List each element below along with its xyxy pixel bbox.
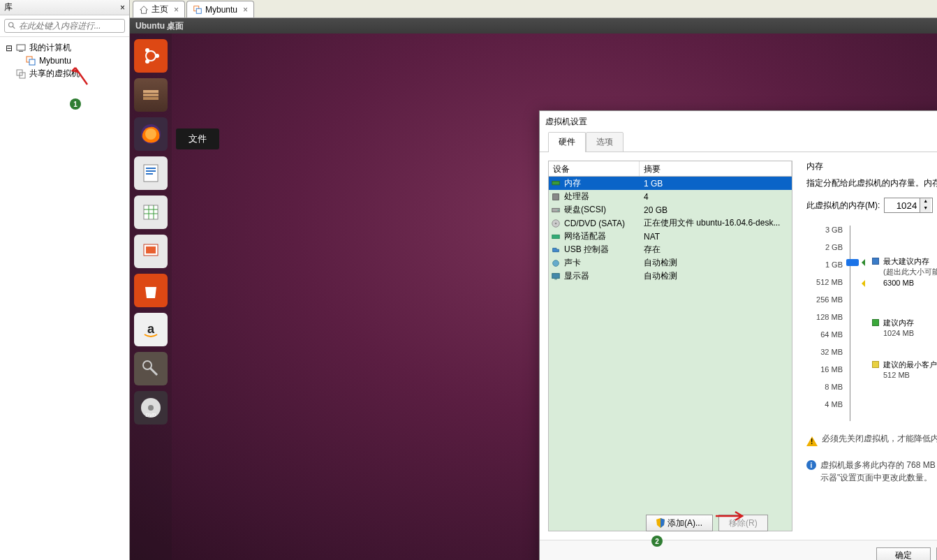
library-tree: ⊟ 我的计算机 Mybuntu 共享的虚拟机 1 — [0, 37, 129, 84]
device-icon — [549, 192, 563, 202]
vm-icon — [25, 55, 36, 66]
launcher-writer[interactable] — [134, 156, 168, 190]
launcher-firefox[interactable] — [134, 117, 168, 151]
tab-hardware[interactable]: 硬件 — [548, 132, 586, 152]
scale-tick-label: 64 MB — [806, 330, 843, 339]
close-icon[interactable]: × — [120, 3, 125, 13]
device-list-header: 设备 摘要 — [549, 161, 792, 177]
svg-rect-14 — [143, 90, 158, 93]
vm-settings-dialog: 虚拟机设置 ✕ 硬件 选项 设备 摘要 内存1 GB处理器4硬盘(SCSI)20… — [539, 110, 937, 560]
device-row[interactable]: CD/DVD (SATA)正在使用文件 ubuntu-16.04.6-desk.… — [549, 216, 792, 230]
search-icon — [8, 21, 17, 31]
guest-title: Ubuntu 桌面 — [135, 20, 184, 32]
launcher-calc[interactable] — [134, 196, 168, 229]
spinner-buttons[interactable]: ▲▼ — [920, 198, 931, 212]
search-input[interactable] — [19, 21, 121, 31]
memory-field-label: 此虚拟机的内存(M): — [806, 200, 880, 212]
svg-text:DVD: DVD — [146, 413, 156, 418]
svg-text:a: a — [147, 322, 155, 336]
device-column: 设备 摘要 内存1 GB处理器4硬盘(SCSI)20 GBCD/DVD (SAT… — [548, 161, 792, 531]
device-summary: 存在 — [640, 244, 792, 256]
device-row[interactable]: 内存1 GB — [549, 177, 792, 190]
close-icon[interactable]: × — [174, 5, 179, 15]
firefox-icon — [138, 121, 163, 147]
device-icon — [549, 232, 563, 242]
device-row[interactable]: 网络适配器NAT — [549, 230, 792, 243]
spin-down-icon[interactable]: ▼ — [920, 205, 931, 212]
device-row[interactable]: 处理器4 — [549, 190, 792, 203]
ok-button[interactable]: 确定 — [876, 547, 931, 561]
tree-root[interactable]: ⊟ 我的计算机 — [3, 41, 126, 54]
device-icon — [549, 258, 563, 268]
device-name: 处理器 — [563, 191, 640, 202]
device-icon — [549, 205, 563, 215]
dialog-footer: 确定 取消 帮助 — [540, 540, 937, 560]
device-row[interactable]: 硬盘(SCSI)20 GB — [549, 203, 792, 216]
device-buttons: 添加(A)... 移除(R) — [646, 515, 768, 531]
svg-rect-16 — [143, 97, 158, 100]
shared-icon — [15, 68, 27, 80]
memory-slider[interactable] — [850, 226, 857, 421]
square-marker-icon — [872, 319, 879, 326]
search-box[interactable] — [4, 19, 125, 33]
device-summary: 自动检测 — [640, 270, 792, 282]
svg-line-1 — [13, 27, 15, 29]
computer-icon — [15, 43, 27, 54]
launcher-settings[interactable] — [134, 352, 168, 385]
svg-rect-5 — [29, 59, 35, 65]
close-icon[interactable]: × — [243, 5, 248, 15]
dialog-title: 虚拟机设置 — [545, 116, 587, 128]
svg-rect-44 — [554, 279, 557, 279]
tree-vm-item[interactable]: Mybuntu — [3, 54, 126, 67]
square-marker-icon — [872, 361, 879, 368]
scale-tick-label: 32 MB — [806, 348, 843, 356]
memory-info: i 虚拟机最多将此内存的 768 MB 用作图形内存。您可以在"显示器"设置页面… — [806, 459, 937, 484]
memory-slider-area: 3 GB2 GB1 GB512 MB256 MB128 MB64 MB32 MB… — [806, 226, 937, 421]
device-row[interactable]: USB 控制器存在 — [549, 243, 792, 256]
tab-options[interactable]: 选项 — [586, 132, 624, 152]
svg-point-0 — [9, 22, 13, 27]
search-row — [0, 15, 129, 37]
dialog-body: 设备 摘要 内存1 GB处理器4硬盘(SCSI)20 GBCD/DVD (SAT… — [540, 152, 937, 540]
launcher-files[interactable] — [134, 78, 168, 112]
annotation-badge-2: 2 — [651, 536, 663, 547]
tree-vm-label: Mybuntu — [39, 56, 71, 66]
scale-tick-label: 16 MB — [806, 365, 843, 374]
ubuntu-icon — [140, 45, 161, 66]
tab-vm[interactable]: Mybuntu × — [186, 1, 254, 17]
vm-viewport: Ubuntu 桌面 — [130, 18, 937, 560]
slider-thumb[interactable] — [846, 259, 859, 266]
device-row[interactable]: 声卡自动检测 — [549, 256, 792, 270]
launcher-impress[interactable] — [134, 235, 168, 268]
launcher-disc[interactable]: DVD — [134, 391, 168, 425]
svg-rect-29 — [146, 246, 156, 253]
add-button[interactable]: 添加(A)... — [646, 515, 713, 531]
marker-recommended: 建议内存 1024 MB — [872, 318, 914, 339]
device-list[interactable]: 设备 摘要 内存1 GB处理器4硬盘(SCSI)20 GBCD/DVD (SAT… — [548, 161, 792, 531]
collapse-icon[interactable]: ⊟ — [6, 43, 13, 53]
device-summary: 1 GB — [640, 179, 792, 189]
device-name: 硬盘(SCSI) — [563, 204, 640, 216]
spin-up-icon[interactable]: ▲ — [920, 198, 931, 205]
scale-tick-label: 1 GB — [806, 260, 843, 269]
dialog-titlebar[interactable]: 虚拟机设置 ✕ — [540, 111, 937, 132]
memory-spinner[interactable]: ▲▼ — [884, 198, 933, 213]
marker-rec-value: 1024 MB — [883, 328, 914, 339]
device-name: 内存 — [563, 177, 640, 189]
scale-tick-label: 8 MB — [806, 383, 843, 391]
svg-point-40 — [555, 222, 557, 224]
tab-home[interactable]: 主页 × — [133, 1, 185, 17]
svg-rect-43 — [552, 273, 560, 278]
tree-shared[interactable]: 共享的虚拟机 — [3, 67, 126, 80]
launcher-amazon[interactable]: a — [134, 313, 168, 346]
device-row[interactable]: 显示器自动检测 — [549, 270, 792, 283]
marker-max-value: 6300 MB — [883, 278, 937, 288]
memory-input[interactable] — [885, 198, 920, 212]
col-device: 设备 — [549, 161, 640, 176]
svg-rect-21 — [146, 170, 156, 172]
marker-rec-label: 建议内存 — [883, 318, 914, 328]
memory-group-desc: 指定分配给此虚拟机的内存量。内存大小必须为 4 MB 的倍数。 — [806, 177, 937, 189]
marker-minimum: 建议的最小客户机操作系统内存 512 MB — [872, 360, 937, 381]
launcher-software[interactable] — [134, 274, 168, 307]
launcher-dash[interactable] — [134, 39, 168, 73]
